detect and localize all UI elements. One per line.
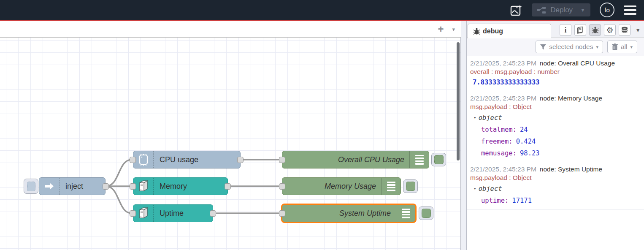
- user-avatar[interactable]: fo: [600, 3, 614, 17]
- node-red-app: Deploy ▼ fo + ▾: [0, 0, 644, 250]
- entry-value: 98.23: [520, 149, 540, 157]
- memory-input-port[interactable]: [130, 183, 136, 190]
- node-label: inject: [60, 182, 83, 191]
- bug-icon: [473, 27, 480, 35]
- debug-output-icon: [396, 205, 415, 222]
- memory-usage-input-port[interactable]: [279, 183, 285, 190]
- object-expand-caret-icon[interactable]: ▾: [474, 184, 476, 193]
- header: Deploy ▼ fo: [0, 0, 644, 20]
- main-menu-icon[interactable]: [624, 5, 636, 15]
- cpu-usage-output-port[interactable]: [237, 157, 244, 163]
- database-icon: [621, 26, 628, 34]
- node-memory[interactable]: Memory: [133, 177, 228, 195]
- tab-help-button[interactable]: [574, 24, 586, 36]
- memory-output-port[interactable]: [225, 183, 231, 190]
- object-type-label: object: [479, 113, 502, 122]
- debug-message[interactable]: 2/21/2025, 2:45:23 PMnode: System Uptime…: [467, 162, 644, 209]
- debug-toggle-inner: [406, 182, 415, 191]
- inject-output-port[interactable]: [103, 183, 109, 190]
- sidebar-splitter[interactable]: [461, 21, 467, 250]
- node-cpu-usage[interactable]: CPU usage: [133, 151, 241, 168]
- entry-key: uptime:: [481, 197, 509, 204]
- message-node-name: node: Memory Usage: [540, 95, 602, 102]
- node-label: Memory Usage: [325, 182, 381, 191]
- filter-caret-icon: ▾: [596, 44, 598, 50]
- entry-value: 17171: [512, 197, 532, 204]
- uptime-input-port[interactable]: [130, 210, 136, 217]
- computer-tower-icon: [133, 178, 154, 195]
- sidebar-tab-actions: i ⚙: [560, 24, 641, 36]
- node-system-uptime[interactable]: System Uptime: [281, 204, 417, 223]
- debug-message-list: 2/21/2025, 2:45:23 PMnode: Overall CPU U…: [467, 56, 644, 209]
- flow-list-caret-icon[interactable]: ▾: [452, 26, 455, 33]
- node-overall-cpu-usage[interactable]: Overall CPU Usage: [282, 151, 429, 168]
- info-icon: i: [565, 26, 567, 35]
- sidebar-menu-caret-icon[interactable]: ▼: [635, 27, 641, 33]
- ai-assistant-icon[interactable]: [510, 4, 522, 16]
- add-flow-button[interactable]: +: [438, 24, 444, 34]
- filter-selected-nodes-button[interactable]: selected nodes ▾: [536, 41, 603, 53]
- system-uptime-input-port[interactable]: [279, 210, 285, 217]
- deploy-nodes-icon: [537, 7, 546, 14]
- entry-key: totalmem:: [481, 126, 517, 133]
- node-inject[interactable]: inject: [39, 177, 106, 195]
- debug-sidebar: debug i: [467, 21, 644, 250]
- overall-cpu-usage-toggle-button[interactable]: [431, 153, 446, 166]
- message-node-name: node: System Uptime: [540, 166, 602, 173]
- entry-key: freemem:: [481, 138, 513, 145]
- message-payload-value: 7.833333333333333: [470, 76, 641, 87]
- object-type-label: object: [479, 184, 502, 193]
- deploy-caret-icon[interactable]: ▼: [580, 7, 585, 13]
- debug-filter-toolbar: selected nodes ▾ all ▾: [467, 38, 644, 56]
- inject-trigger-button[interactable]: [24, 179, 38, 194]
- message-timestamp: 2/21/2025, 2:45:23 PM: [470, 60, 536, 67]
- node-label: System Uptime: [339, 209, 396, 218]
- node-label: CPU usage: [154, 155, 198, 164]
- entry-key: memusage:: [481, 149, 517, 157]
- tab-config-button[interactable]: ⚙: [604, 24, 616, 36]
- wire-inject-to-uptime[interactable]: [106, 186, 132, 213]
- flow-canvas[interactable]: inject CPU usage: [0, 38, 461, 250]
- bug-icon: [592, 26, 599, 34]
- cpu-usage-input-port[interactable]: [130, 157, 136, 163]
- message-node-name: node: Overall CPU Usage: [540, 60, 615, 67]
- funnel-icon: [540, 44, 546, 50]
- workspace-tabbar: + ▾: [0, 21, 461, 38]
- debug-message[interactable]: 2/21/2025, 2:45:23 PMnode: Memory Usage …: [467, 91, 644, 162]
- debug-toggle-inner: [434, 155, 444, 164]
- node-memory-usage[interactable]: Memory Usage: [282, 177, 401, 195]
- node-label: Memory: [154, 182, 187, 191]
- debug-message[interactable]: 2/21/2025, 2:45:23 PMnode: Overall CPU U…: [467, 56, 644, 91]
- object-entry: memusage:98.23: [470, 146, 641, 158]
- tab-info-button[interactable]: i: [560, 24, 571, 36]
- debug-output-icon: [381, 178, 400, 195]
- tab-debug-button[interactable]: [589, 24, 601, 36]
- tab-debug-label: debug: [483, 27, 503, 35]
- object-entry: freemem:0.424: [470, 134, 641, 146]
- entry-value: 24: [520, 126, 528, 133]
- message-timestamp: 2/21/2025, 2:45:23 PM: [470, 166, 536, 173]
- clear-messages-button[interactable]: all ▾: [607, 41, 637, 53]
- tab-context-button[interactable]: [619, 24, 630, 36]
- overall-cpu-usage-input-port[interactable]: [279, 157, 285, 163]
- gear-icon: ⚙: [606, 26, 614, 34]
- deploy-label: Deploy: [550, 6, 573, 14]
- clear-caret-icon: ▾: [630, 44, 633, 50]
- canvas-vertical-scrollbar[interactable]: [457, 42, 460, 160]
- clear-label: all: [621, 43, 628, 51]
- sidebar-tabbar: debug i: [467, 21, 644, 38]
- computer-tower-icon: [133, 205, 154, 222]
- node-uptime[interactable]: Uptime: [133, 204, 213, 222]
- inject-arrow-icon: [39, 178, 60, 195]
- trash-icon: [612, 43, 618, 50]
- deploy-button[interactable]: Deploy ▼: [532, 3, 590, 16]
- uptime-output-port[interactable]: [210, 210, 216, 217]
- tab-debug[interactable]: debug: [468, 24, 551, 38]
- inject-trigger-inner: [27, 182, 35, 191]
- object-expand-caret-icon[interactable]: ▾: [474, 113, 476, 122]
- message-meta: msg.payload : Object: [470, 103, 641, 111]
- wire-inject-to-cpu[interactable]: [106, 160, 132, 186]
- node-label: Overall CPU Usage: [338, 155, 409, 164]
- memory-usage-toggle-button[interactable]: [403, 179, 418, 193]
- system-uptime-toggle-button[interactable]: [419, 207, 433, 220]
